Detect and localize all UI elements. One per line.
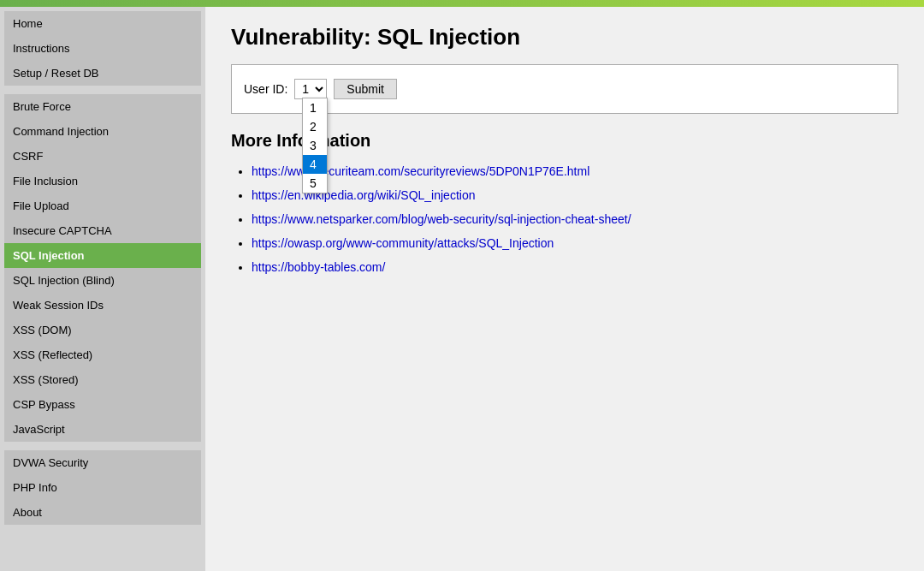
link-item: https://www.securiteam.com/securityrevie…: [252, 159, 898, 183]
sidebar-item-instructions[interactable]: Instructions: [4, 36, 201, 61]
sidebar-item-brute-force[interactable]: Brute Force: [4, 94, 201, 119]
sidebar: HomeInstructionsSetup / Reset DB Brute F…: [0, 7, 205, 571]
sidebar-item-csrf[interactable]: CSRF: [4, 144, 201, 169]
link-item: https://en.wikipedia.org/wiki/SQL_inject…: [252, 183, 898, 207]
sidebar-item-javascript[interactable]: JavaScript: [4, 417, 201, 442]
page-title: Vulnerability: SQL Injection: [231, 24, 898, 51]
dropdown-option-5[interactable]: 5: [303, 174, 327, 193]
sidebar-vuln-section: Brute ForceCommand InjectionCSRFFile Inc…: [4, 94, 201, 442]
main-content: Vulnerability: SQL Injection User ID: 12…: [205, 7, 924, 571]
user-id-label: User ID:: [244, 82, 287, 96]
more-info-title: More Information: [231, 131, 898, 151]
sidebar-top-section: HomeInstructionsSetup / Reset DB: [4, 11, 201, 86]
sidebar-item-sql-injection-blind[interactable]: SQL Injection (Blind): [4, 268, 201, 293]
sidebar-item-sql-injection[interactable]: SQL Injection: [4, 243, 201, 268]
sidebar-item-file-inclusion[interactable]: File Inclusion: [4, 169, 201, 193]
sidebar-item-xss-reflected[interactable]: XSS (Reflected): [4, 342, 201, 367]
more-info-link[interactable]: https://owasp.org/www-community/attacks/…: [252, 236, 554, 250]
dropdown-option-2[interactable]: 2: [303, 117, 327, 136]
top-bar: [0, 0, 924, 7]
sidebar-item-xss-dom[interactable]: XSS (DOM): [4, 318, 201, 342]
link-item: https://bobby-tables.com/: [252, 255, 898, 279]
dropdown-option-3[interactable]: 3: [303, 136, 327, 155]
submit-button[interactable]: Submit: [334, 79, 397, 99]
sidebar-item-php-info[interactable]: PHP Info: [4, 475, 201, 500]
sidebar-item-command-injection[interactable]: Command Injection: [4, 119, 201, 144]
dropdown-option-4[interactable]: 4: [303, 155, 327, 174]
sidebar-item-setup-reset-db[interactable]: Setup / Reset DB: [4, 61, 201, 86]
sidebar-bottom-section: DVWA SecurityPHP InfoAbout: [4, 450, 201, 525]
sidebar-item-xss-stored[interactable]: XSS (Stored): [4, 367, 201, 392]
link-item: https://www.netsparker.com/blog/web-secu…: [252, 207, 898, 231]
sidebar-item-insecure-captcha[interactable]: Insecure CAPTCHA: [4, 218, 201, 243]
more-info-link[interactable]: https://en.wikipedia.org/wiki/SQL_inject…: [252, 188, 475, 202]
links-list: https://www.securiteam.com/securityrevie…: [231, 159, 898, 279]
dropdown-overlay[interactable]: 12345: [302, 98, 328, 193]
sidebar-item-weak-session-ids[interactable]: Weak Session IDs: [4, 293, 201, 318]
link-item: https://owasp.org/www-community/attacks/…: [252, 231, 898, 255]
sidebar-item-home[interactable]: Home: [4, 11, 201, 36]
sidebar-item-dvwa-security[interactable]: DVWA Security: [4, 450, 201, 475]
dropdown-option-1[interactable]: 1: [303, 98, 327, 117]
sidebar-item-about[interactable]: About: [4, 500, 201, 525]
sidebar-item-file-upload[interactable]: File Upload: [4, 193, 201, 218]
user-id-select[interactable]: 12345: [294, 79, 327, 99]
form-box: User ID: 12345 Submit 12345: [231, 64, 898, 114]
more-info-link[interactable]: https://bobby-tables.com/: [252, 260, 385, 274]
form-row: User ID: 12345 Submit: [244, 79, 886, 99]
more-info-link[interactable]: https://www.netsparker.com/blog/web-secu…: [252, 212, 631, 226]
sidebar-item-csp-bypass[interactable]: CSP Bypass: [4, 392, 201, 417]
